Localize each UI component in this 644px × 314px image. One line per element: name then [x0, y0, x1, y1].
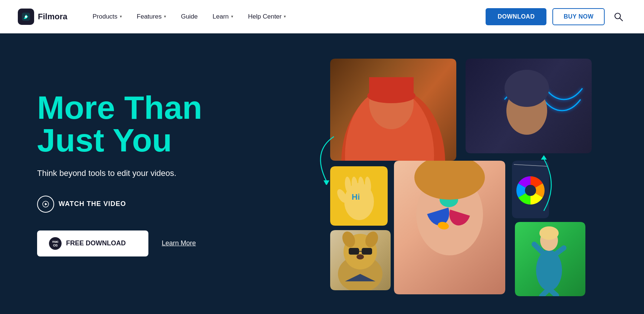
nav-item-products[interactable]: Products ▾	[85, 0, 129, 33]
watch-video-button[interactable]: WATCH THE VIDEO	[37, 196, 126, 213]
chevron-down-icon: ▾	[284, 14, 286, 19]
hero-left: More Than Just You Think beyond tools to…	[37, 91, 289, 256]
watch-label: WATCH THE VIDEO	[59, 200, 126, 208]
chevron-down-icon: ▾	[164, 14, 166, 19]
hero-title: More Than Just You	[37, 91, 289, 157]
chevron-down-icon: ▾	[231, 14, 233, 19]
macos-icon: macOS	[49, 237, 62, 250]
logo-link[interactable]: Filmora	[18, 9, 67, 25]
svg-point-1	[25, 16, 27, 18]
logo-icon	[18, 9, 34, 25]
hero-subtitle: Think beyond tools to edit your videos.	[37, 167, 289, 179]
hero-section: More Than Just You Think beyond tools to…	[0, 33, 644, 314]
decorative-arrow-2	[529, 155, 559, 215]
chevron-down-icon: ▾	[120, 14, 122, 19]
nav-item-guide[interactable]: Guide	[174, 0, 205, 33]
nav-actions: DOWNLOAD BUY NOW	[486, 8, 626, 25]
free-download-label: FREE DOWNLOAD	[66, 239, 126, 247]
nav-item-learn[interactable]: Learn ▾	[205, 0, 240, 33]
svg-marker-5	[45, 203, 47, 205]
nav-item-features[interactable]: Features ▾	[129, 0, 174, 33]
svg-marker-6	[323, 180, 329, 185]
navbar: Filmora Products ▾ Features ▾ Guide Lear…	[0, 0, 644, 33]
search-icon	[614, 12, 623, 22]
hero-image-collage	[312, 59, 614, 289]
learn-more-link[interactable]: Learn More	[162, 239, 196, 247]
svg-marker-7	[541, 155, 547, 160]
download-button[interactable]: DOWNLOAD	[486, 8, 546, 25]
search-button[interactable]	[611, 9, 626, 24]
free-download-button[interactable]: macOS FREE DOWNLOAD	[37, 230, 148, 256]
buy-now-button[interactable]: BUY NOW	[552, 8, 605, 25]
decorative-arrow-1	[304, 133, 349, 185]
hero-buttons: macOS FREE DOWNLOAD Learn More	[37, 230, 289, 256]
play-icon	[37, 196, 54, 213]
svg-line-3	[620, 18, 622, 21]
nav-items: Products ▾ Features ▾ Guide Learn ▾ Help…	[85, 0, 486, 33]
logo-text: Filmora	[38, 12, 67, 22]
nav-item-help-center[interactable]: Help Center ▾	[241, 0, 294, 33]
